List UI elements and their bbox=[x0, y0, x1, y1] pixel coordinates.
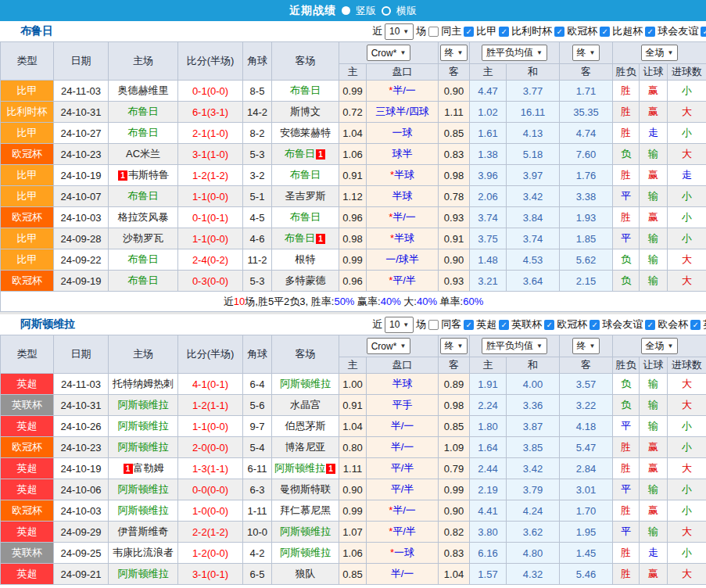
column-header: 主 bbox=[470, 357, 507, 374]
home-team-cell: 布鲁日 bbox=[109, 102, 178, 123]
handicap-result-cell: 输 bbox=[640, 228, 668, 249]
score-cell: 3-1(0-1) bbox=[178, 564, 243, 585]
result-cell: 胜 bbox=[613, 165, 640, 186]
date-cell: 24-11-03 bbox=[54, 374, 109, 395]
handicap-text: 平手 bbox=[392, 399, 413, 411]
home-team-cell: 沙勒罗瓦 bbox=[109, 228, 178, 249]
team-name: 格拉茨风暴 bbox=[118, 211, 169, 223]
league-filter-checkbox[interactable]: ✓ bbox=[464, 320, 474, 330]
home-team-cell: 阿斯顿维拉 bbox=[109, 479, 178, 500]
odds-source-select[interactable]: Crow*▼ bbox=[367, 45, 411, 61]
chevron-down-icon: ▼ bbox=[400, 49, 406, 56]
final-odds-select-handicap[interactable]: 终▼ bbox=[440, 45, 468, 61]
match-filter: 近10▼场同客✓英超✓英联杯✓欧冠杯✓球会友谊✓欧会杯✓英足总杯 bbox=[372, 314, 706, 335]
league-filter-checkbox[interactable]: ✓ bbox=[499, 27, 509, 37]
date-cell: 24-10-03 bbox=[54, 207, 109, 228]
handicap-cell: 一球 bbox=[367, 123, 439, 144]
summary-segment: 40% bbox=[381, 296, 401, 307]
league-filter-checkbox[interactable]: ✓ bbox=[544, 320, 554, 330]
near-label: 近 bbox=[372, 317, 382, 332]
home-odds-cell: 1.04 bbox=[339, 416, 367, 437]
corners-cell: 5-4 bbox=[243, 437, 272, 458]
corners-cell: 5-6 bbox=[243, 395, 272, 416]
handicap-cell: 半/一 bbox=[367, 416, 439, 437]
away-odds-cell: 0.90 bbox=[439, 500, 470, 522]
home-team-cell: 阿斯顿维拉 bbox=[109, 437, 178, 458]
team-name-link[interactable]: 阿斯顿维拉 bbox=[20, 317, 75, 332]
result-cell: 平 bbox=[613, 522, 640, 543]
handicap-text: 平/半 bbox=[392, 525, 416, 537]
away-team-cell: 布鲁日1 bbox=[272, 228, 339, 249]
league-filter-checkbox[interactable]: ✓ bbox=[690, 320, 701, 330]
scope-select[interactable]: 全场▼ bbox=[641, 338, 679, 354]
column-header: 进球数 bbox=[668, 64, 706, 81]
league-type-cell: 比甲 bbox=[1, 123, 54, 144]
win-avg-cell: 4.47 bbox=[470, 81, 507, 102]
date-cell: 24-09-29 bbox=[54, 522, 109, 543]
layout-radio-horizontal[interactable] bbox=[382, 6, 391, 16]
team-name-link[interactable]: 布鲁日 bbox=[20, 24, 53, 38]
team-name: 根特 bbox=[296, 253, 316, 265]
odds-source-select[interactable]: Crow*▼ bbox=[367, 338, 411, 354]
handicap-cell: 球半 bbox=[367, 144, 439, 165]
league-filter-label: 欧冠杯 bbox=[567, 24, 597, 38]
chevron-down-icon: ▼ bbox=[403, 28, 409, 35]
home-odds-cell: 0.90 bbox=[339, 479, 367, 500]
league-filter-checkbox[interactable]: ✓ bbox=[701, 27, 706, 37]
wdl-average-select[interactable]: 胜平负均值▼ bbox=[482, 45, 547, 61]
league-type-cell: 英超 bbox=[1, 522, 54, 543]
result-cell: 胜 bbox=[613, 500, 640, 522]
lose-avg: 3.22 bbox=[576, 400, 596, 411]
team-name: 阿斯顿维拉 bbox=[280, 547, 331, 558]
summary-segment: 40% bbox=[417, 296, 437, 307]
draw-avg: 3.85 bbox=[523, 442, 543, 454]
lose-avg: 5.47 bbox=[576, 442, 596, 454]
league-filter-checkbox[interactable]: ✓ bbox=[464, 27, 474, 37]
home-odds-cell: 1.06 bbox=[339, 144, 367, 165]
same-venue-checkbox[interactable] bbox=[428, 27, 439, 37]
home-team-cell: 伊普斯维奇 bbox=[109, 522, 178, 543]
date-cell: 24-09-22 bbox=[54, 249, 109, 271]
league-filter-checkbox[interactable]: ✓ bbox=[590, 320, 600, 330]
scope-select[interactable]: 全场▼ bbox=[641, 45, 679, 61]
recent-count-select-value: 10 bbox=[389, 319, 400, 330]
league-filter-checkbox[interactable]: ✓ bbox=[554, 27, 564, 37]
away-team-cell: 水晶宫 bbox=[272, 395, 339, 416]
win-avg-cell: 3.21 bbox=[470, 271, 507, 292]
lose-avg-cell: 1.95 bbox=[560, 522, 613, 543]
content: 布鲁日近10▼场同主✓比甲✓比利时杯✓欧冠杯✓比超杯✓球会友谊✓欧会杯类型日期主… bbox=[0, 21, 706, 585]
final-odds-select-wdl-value: 终 bbox=[577, 339, 586, 353]
handicap-cell: *一球 bbox=[367, 543, 439, 564]
result-cell: 负 bbox=[613, 374, 640, 395]
win-avg: 1.61 bbox=[478, 127, 497, 139]
recent-count-select[interactable]: 10▼ bbox=[385, 317, 414, 333]
win-avg: 1.57 bbox=[478, 568, 497, 580]
same-venue-checkbox[interactable] bbox=[428, 320, 439, 330]
league-filter-checkbox[interactable]: ✓ bbox=[499, 320, 509, 330]
handicap-cell: 半球 bbox=[367, 186, 439, 207]
home-team-cell: 奥德赫维里 bbox=[109, 81, 178, 102]
team-name: 奥德赫维里 bbox=[118, 84, 169, 96]
win-avg: 3.80 bbox=[478, 526, 497, 538]
team-name: 布鲁日 bbox=[290, 84, 321, 96]
league-filter-checkbox[interactable]: ✓ bbox=[645, 320, 655, 330]
lose-avg-cell: 1.93 bbox=[560, 207, 613, 228]
wdl-average-select[interactable]: 胜平负均值▼ bbox=[482, 338, 547, 354]
team-name: 阿斯顿维拉 bbox=[118, 399, 169, 411]
result-cell: 负 bbox=[613, 395, 640, 416]
draw-avg-cell: 3.79 bbox=[507, 479, 560, 500]
corners-cell: 5-1 bbox=[243, 186, 272, 207]
recent-count-select[interactable]: 10▼ bbox=[385, 23, 414, 40]
league-filter-checkbox[interactable]: ✓ bbox=[645, 27, 655, 37]
away-odds-cell: 0.83 bbox=[439, 144, 470, 165]
table-row: 比甲24-10-27布鲁日2-1(1-0)8-2安德莱赫特1.04一球0.851… bbox=[1, 123, 706, 144]
team-name: 多特蒙德 bbox=[285, 274, 326, 286]
win-avg: 1.64 bbox=[478, 442, 497, 454]
league-filter-checkbox[interactable]: ✓ bbox=[600, 27, 610, 37]
final-odds-select-wdl[interactable]: 终▼ bbox=[572, 45, 600, 61]
final-odds-select-handicap[interactable]: 终▼ bbox=[440, 338, 468, 354]
lose-avg: 7.60 bbox=[576, 149, 596, 160]
layout-radio-vertical[interactable] bbox=[342, 6, 350, 15]
handicap-text: 半球 bbox=[394, 169, 414, 181]
final-odds-select-wdl[interactable]: 终▼ bbox=[572, 338, 600, 354]
